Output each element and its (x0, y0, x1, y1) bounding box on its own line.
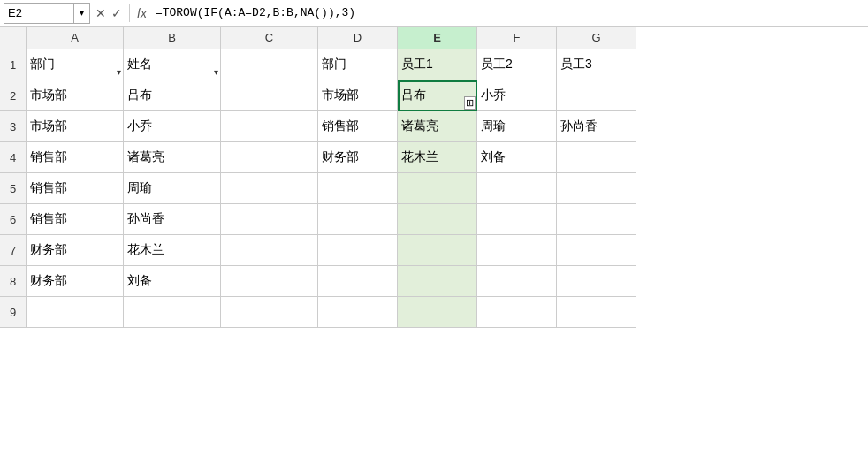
cell-f3[interactable]: 周瑜 (477, 111, 557, 142)
cell-g3[interactable]: 孙尚香 (557, 111, 636, 142)
cell-e1[interactable]: 员工1 (398, 49, 477, 80)
cell-g4[interactable] (557, 142, 636, 173)
cell-d4[interactable]: 财务部 (318, 142, 398, 173)
confirm-icon[interactable]: ✓ (111, 6, 122, 20)
cancel-icon[interactable]: ✕ (95, 6, 106, 20)
table-row: 6 销售部 孙尚香 (0, 204, 868, 235)
table-row: 7 财务部 花木兰 (0, 235, 868, 266)
col-header-g[interactable]: G (557, 27, 636, 49)
row-number: 6 (0, 204, 27, 235)
col-header-f[interactable]: F (477, 27, 557, 49)
cell-b4[interactable]: 诸葛亮 (124, 142, 221, 173)
cell-c9[interactable] (221, 297, 318, 328)
cell-d7[interactable] (318, 235, 398, 266)
cell-e6[interactable] (398, 204, 477, 235)
cell-e4[interactable]: 花木兰 (398, 142, 477, 173)
spreadsheet: A B C D E F G 1 部门 ▾ 姓名 (0, 27, 868, 464)
formula-input[interactable] (152, 3, 864, 24)
cell-c4[interactable] (221, 142, 318, 173)
cell-e9[interactable] (398, 297, 477, 328)
column-headers: A B C D E F G (0, 27, 868, 49)
cell-f6[interactable] (477, 204, 557, 235)
cell-b5[interactable]: 周瑜 (124, 173, 221, 204)
cell-d8[interactable] (318, 266, 398, 297)
filter-dropdown-a[interactable]: ▾ (117, 67, 121, 77)
cell-d2[interactable]: 市场部 (318, 80, 398, 111)
cell-b3[interactable]: 小乔 (124, 111, 221, 142)
paste-options-icon[interactable]: ⊞ (464, 96, 476, 110)
cell-e2[interactable]: 吕布 ⊞ (398, 80, 477, 111)
cell-a9[interactable] (27, 297, 124, 328)
cell-a7[interactable]: 财务部 (27, 235, 124, 266)
cell-b6[interactable]: 孙尚香 (124, 204, 221, 235)
formula-icons: ✕ ✓ (90, 6, 127, 20)
col-header-e[interactable]: E (398, 27, 477, 49)
cell-f2[interactable]: 小乔 (477, 80, 557, 111)
filter-dropdown-b[interactable]: ▾ (214, 67, 218, 77)
cell-c3[interactable] (221, 111, 318, 142)
cell-g9[interactable] (557, 297, 636, 328)
cell-e5[interactable] (398, 173, 477, 204)
cell-d3[interactable]: 销售部 (318, 111, 398, 142)
row-number: 7 (0, 235, 27, 266)
cell-a1[interactable]: 部门 ▾ (27, 49, 124, 80)
cell-c5[interactable] (221, 173, 318, 204)
cell-a2[interactable]: 市场部 (27, 80, 124, 111)
cell-f4[interactable]: 刘备 (477, 142, 557, 173)
row-number: 1 (0, 49, 27, 80)
cell-g5[interactable] (557, 173, 636, 204)
cell-c6[interactable] (221, 204, 318, 235)
cell-g8[interactable] (557, 266, 636, 297)
cell-g1[interactable]: 员工3 (557, 49, 636, 80)
row-number: 2 (0, 80, 27, 111)
cell-f1[interactable]: 员工2 (477, 49, 557, 80)
cell-a6[interactable]: 销售部 (27, 204, 124, 235)
cell-e3[interactable]: 诸葛亮 (398, 111, 477, 142)
cell-g2[interactable] (557, 80, 636, 111)
cell-f8[interactable] (477, 266, 557, 297)
cell-f9[interactable] (477, 297, 557, 328)
cell-b2[interactable]: 吕布 (124, 80, 221, 111)
table-row: 2 市场部 吕布 市场部 吕布 ⊞ 小乔 (0, 80, 868, 111)
cell-c8[interactable] (221, 266, 318, 297)
table-row: 3 市场部 小乔 销售部 诸葛亮 周瑜 孙尚香 (0, 111, 868, 142)
cell-c1[interactable] (221, 49, 318, 80)
cell-e8[interactable] (398, 266, 477, 297)
cell-d9[interactable] (318, 297, 398, 328)
cell-a3[interactable]: 市场部 (27, 111, 124, 142)
cell-e7[interactable] (398, 235, 477, 266)
cell-b8[interactable]: 刘备 (124, 266, 221, 297)
cell-a8[interactable]: 财务部 (27, 266, 124, 297)
cell-f5[interactable] (477, 173, 557, 204)
table-row: 1 部门 ▾ 姓名 ▾ 部门 员工1 员工2 员工3 (0, 49, 868, 80)
col-header-d[interactable]: D (318, 27, 398, 49)
cell-d1[interactable]: 部门 (318, 49, 398, 80)
cell-g7[interactable] (557, 235, 636, 266)
cell-g6[interactable] (557, 204, 636, 235)
cell-b1[interactable]: 姓名 ▾ (124, 49, 221, 80)
rows-container: 1 部门 ▾ 姓名 ▾ 部门 员工1 员工2 员工3 2 市场部 吕布 市场部 … (0, 49, 868, 464)
col-header-c[interactable]: C (221, 27, 318, 49)
col-header-b[interactable]: B (124, 27, 221, 49)
cell-d6[interactable] (318, 204, 398, 235)
cell-reference-box[interactable]: E2 (4, 3, 74, 24)
corner-header (0, 27, 27, 49)
cell-b7[interactable]: 花木兰 (124, 235, 221, 266)
cell-ref-dropdown[interactable]: ▾ (74, 3, 90, 24)
cell-d5[interactable] (318, 173, 398, 204)
formula-bar: E2 ▾ ✕ ✓ fx (0, 0, 868, 27)
col-header-a[interactable]: A (27, 27, 124, 49)
row-number: 4 (0, 142, 27, 173)
row-number: 9 (0, 297, 27, 328)
row-number: 8 (0, 266, 27, 297)
cell-a5[interactable]: 销售部 (27, 173, 124, 204)
table-row: 5 销售部 周瑜 (0, 173, 868, 204)
cell-f7[interactable] (477, 235, 557, 266)
cell-ref-label: E2 (8, 6, 22, 19)
table-row: 9 (0, 297, 868, 328)
cell-c2[interactable] (221, 80, 318, 111)
cell-a4[interactable]: 销售部 (27, 142, 124, 173)
cell-b9[interactable] (124, 297, 221, 328)
table-row: 8 财务部 刘备 (0, 266, 868, 297)
cell-c7[interactable] (221, 235, 318, 266)
